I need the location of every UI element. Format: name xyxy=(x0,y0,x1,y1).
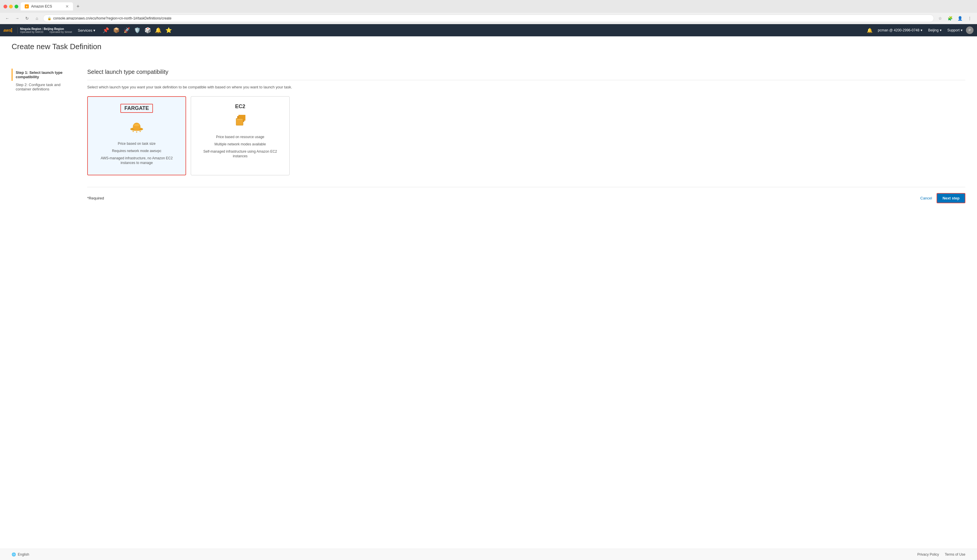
launch-cards: FARGATE xyxy=(87,96,965,175)
ec2-feature-1: Price based on resource usage xyxy=(198,135,282,140)
nav-icon-bell2[interactable]: 🔔 xyxy=(153,26,163,35)
region2-name: Beijing Region xyxy=(43,27,64,30)
nav-icons: 📌 📦 🚀 🛡️ 🎲 🔔 ⭐ xyxy=(101,26,173,35)
ec2-icon xyxy=(198,114,282,129)
user-chevron-icon: ▾ xyxy=(920,28,922,32)
region-button[interactable]: Beijing ▾ xyxy=(926,24,944,36)
extensions-button[interactable]: 🧩 xyxy=(946,15,954,22)
privacy-policy-link[interactable]: Privacy Policy xyxy=(917,552,939,557)
support-button[interactable]: Support ▾ xyxy=(945,24,965,36)
page-title: Create new Task Definition xyxy=(0,36,977,51)
content-area: Select launch type compatibility Select … xyxy=(87,68,965,372)
svg-point-8 xyxy=(136,132,137,133)
step2-label: Step 2: Configure task and container def… xyxy=(16,83,60,91)
browser-titlebar: A Amazon ECS ✕ + xyxy=(0,0,977,13)
browser-addressbar: ← → ↻ ⌂ 🔒 console.amazonaws.cn/ecs/home?… xyxy=(0,13,977,24)
language-label: English xyxy=(18,552,29,557)
url-text: console.amazonaws.cn/ecs/home?region=cn-… xyxy=(53,16,172,20)
nav-icon-rocket[interactable]: 🚀 xyxy=(122,26,132,35)
region2-sub: Operated by Sinnet xyxy=(50,30,72,33)
svg-point-2 xyxy=(11,30,12,31)
page-container: Step 1: Select launch type compatibility… xyxy=(0,60,977,380)
step1-label: Step 1: Select launch type compatibility xyxy=(16,70,63,79)
nav-icon-star[interactable]: ⭐ xyxy=(164,26,173,35)
ec2-feature-2: Multiple network modes available xyxy=(198,142,282,147)
aws-navbar: aws Ningxia Region | Beijing Region Oper… xyxy=(0,24,977,36)
globe-icon: 🌐 xyxy=(12,552,16,557)
services-button[interactable]: Services ▾ xyxy=(75,24,99,36)
tab-favicon: A xyxy=(25,4,29,8)
profile-button[interactable]: 👤 xyxy=(956,15,964,22)
services-label: Services xyxy=(78,28,92,33)
section-description: Select which launch type you want your t… xyxy=(87,85,965,89)
region-label: Beijing xyxy=(928,28,939,32)
nav-icon-cube[interactable]: 🎲 xyxy=(143,26,152,35)
svg-point-3 xyxy=(11,31,12,32)
svg-point-7 xyxy=(133,131,134,132)
step1-item: Step 1: Select launch type compatibility xyxy=(12,68,76,81)
svg-point-6 xyxy=(134,124,140,126)
ec2-card[interactable]: EC2 Price based on resource usage Multip… xyxy=(191,96,290,175)
ec2-icon-svg xyxy=(232,114,249,129)
browser-tab[interactable]: A Amazon ECS ✕ xyxy=(21,2,73,10)
support-label: Support xyxy=(947,28,960,32)
menu-button[interactable]: ⋮ xyxy=(966,15,974,22)
section-divider xyxy=(87,80,965,80)
forward-button[interactable]: → xyxy=(13,15,21,22)
main-content: Create new Task Definition Step 1: Selec… xyxy=(0,36,977,549)
aws-logo-area: aws Ningxia Region | Beijing Region Oper… xyxy=(3,27,72,33)
new-tab-button[interactable]: + xyxy=(77,3,80,10)
browser-dots xyxy=(3,5,18,8)
svg-text:aws: aws xyxy=(3,28,11,33)
region-info: Ningxia Region | Beijing Region Operated… xyxy=(17,27,72,33)
cancel-button[interactable]: Cancel xyxy=(920,196,932,200)
services-chevron-icon: ▾ xyxy=(93,28,95,33)
next-step-button[interactable]: Next step xyxy=(937,193,965,203)
address-bar[interactable]: 🔒 console.amazonaws.cn/ecs/home?region=c… xyxy=(43,15,934,22)
browser-chrome: A Amazon ECS ✕ + ← → ↻ ⌂ 🔒 console.amazo… xyxy=(0,0,977,24)
fargate-card[interactable]: FARGATE xyxy=(87,96,186,175)
region1-name: Ningxia Region xyxy=(20,27,41,30)
user-menu-button[interactable]: pcman @ 4200-2996-0748 ▾ xyxy=(875,24,925,36)
reload-button[interactable]: ↻ xyxy=(23,15,31,22)
fargate-feature-3: AWS-managed infrastructure, no Amazon EC… xyxy=(95,156,178,166)
region1-sub: Operated by NWCD xyxy=(20,30,43,33)
svg-point-1 xyxy=(11,28,12,29)
nav-icon-shield[interactable]: 🛡️ xyxy=(133,26,142,35)
tab-title: Amazon ECS xyxy=(31,4,52,8)
content-spacer xyxy=(0,380,977,549)
step2-item: Step 2: Configure task and container def… xyxy=(12,81,76,93)
terms-of-use-link[interactable]: Terms of Use xyxy=(945,552,965,557)
fargate-card-title: FARGATE xyxy=(120,104,153,113)
nav-icon-pin[interactable]: 📌 xyxy=(101,26,110,35)
sidebar: Step 1: Select launch type compatibility… xyxy=(12,68,76,372)
fargate-feature-1: Price based on task size xyxy=(95,141,178,146)
footer-right: Privacy Policy Terms of Use xyxy=(917,552,965,557)
browser-actions: ☆ 🧩 👤 ⋮ xyxy=(936,15,974,22)
user-label: pcman @ 4200-2996-0748 xyxy=(878,28,919,32)
close-dot[interactable] xyxy=(3,5,7,8)
region1-sub-row: Operated by NWCD Operated by Sinnet xyxy=(20,30,72,33)
footer-left: 🌐 English xyxy=(12,552,29,557)
region-chevron-icon: ▾ xyxy=(940,28,942,32)
avatar: P xyxy=(966,27,974,34)
minimize-dot[interactable] xyxy=(9,5,13,8)
region2-sub-separator xyxy=(44,30,48,33)
fargate-icon-svg xyxy=(128,121,145,135)
nav-right: 🔔 pcman @ 4200-2996-0748 ▾ Beijing ▾ Sup… xyxy=(865,24,974,36)
footer: 🌐 English Privacy Policy Terms of Use xyxy=(0,549,977,560)
maximize-dot[interactable] xyxy=(15,5,18,8)
aws-logo: aws xyxy=(3,27,14,33)
lock-icon: 🔒 xyxy=(47,17,52,20)
required-text: *Required xyxy=(87,196,104,200)
aws-logo-svg: aws xyxy=(3,27,14,33)
actions-bar: *Required Cancel Next step xyxy=(87,187,965,203)
svg-point-9 xyxy=(140,131,141,132)
nav-icon-box[interactable]: 📦 xyxy=(112,26,121,35)
bookmark-button[interactable]: ☆ xyxy=(936,15,944,22)
support-chevron-icon: ▾ xyxy=(961,28,962,32)
back-button[interactable]: ← xyxy=(3,15,11,22)
tab-close-button[interactable]: ✕ xyxy=(65,4,69,9)
notifications-button[interactable]: 🔔 xyxy=(865,26,874,35)
home-button[interactable]: ⌂ xyxy=(33,15,41,22)
